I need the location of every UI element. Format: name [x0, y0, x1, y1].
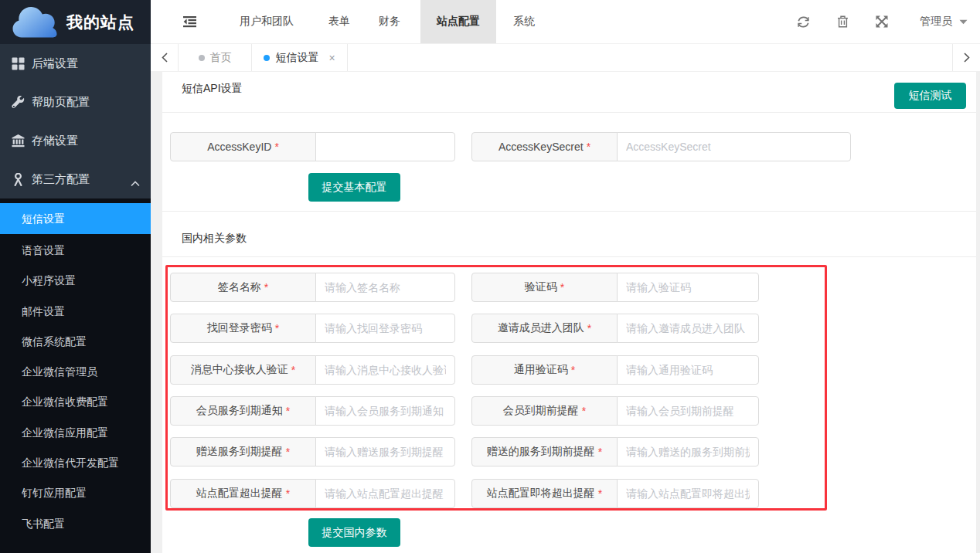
submenu-item-语音设置[interactable]: 语音设置 — [0, 236, 151, 266]
field-label: 签名名称* — [170, 273, 316, 302]
sidebar-item-后端设置[interactable]: 后端设置 — [0, 44, 151, 83]
sidebar-item-label: 存储设置 — [32, 134, 78, 148]
sidebar: 我的站点 后端设置帮助页配置存储设置第三方配置 短信设置语音设置小程序设置邮件设… — [0, 0, 151, 553]
input-通用验证码[interactable] — [617, 355, 759, 385]
sidebar-item-label: 第三方配置 — [32, 172, 90, 187]
form-group: 验证码* — [471, 273, 759, 302]
required-asterisk: * — [275, 322, 279, 334]
input-邀请成员进入团队[interactable] — [617, 314, 759, 343]
input-赠送的服务到期前提醒[interactable] — [617, 437, 759, 466]
field-label: 邀请成员进入团队* — [471, 314, 618, 343]
input-验证码[interactable] — [617, 273, 759, 302]
required-asterisk: * — [286, 487, 290, 500]
input-AccessKeyID[interactable] — [315, 132, 455, 161]
input-消息中心接收人验证[interactable] — [315, 355, 455, 385]
refresh-icon[interactable] — [796, 15, 810, 29]
form-group: 站点配置超出提醒* — [170, 479, 455, 508]
field-label: 通用验证码* — [471, 355, 618, 385]
input-赠送服务到期提醒[interactable] — [315, 437, 455, 466]
field-label: 验证码* — [471, 273, 618, 302]
form-group: 会员到期前提醒* — [471, 396, 759, 426]
navbar-actions: 管理员 — [771, 0, 968, 43]
submenu-item-短信设置[interactable]: 短信设置 — [0, 203, 151, 234]
submenu-item-小程序设置[interactable]: 小程序设置 — [0, 266, 151, 296]
form-group: 消息中心接收人验证* — [170, 355, 455, 385]
logo[interactable]: 我的站点 — [0, 0, 151, 44]
tab-label: 短信设置 — [275, 51, 318, 65]
submit-basic-config-button[interactable]: 提交基本配置 — [308, 173, 400, 202]
sidebar-item-存储设置[interactable]: 存储设置 — [0, 121, 151, 160]
user-name: 管理员 — [920, 15, 952, 29]
required-asterisk: * — [571, 364, 575, 376]
required-asterisk: * — [291, 364, 295, 376]
trash-icon[interactable] — [835, 15, 849, 29]
page-content: 短信API设置 短信测试 AccessKeyID* AccessKeySecre… — [151, 72, 980, 553]
form-group: 通用验证码* — [471, 355, 759, 385]
input-AccessKeySecret[interactable] — [617, 132, 851, 161]
gray-dot-icon — [199, 55, 205, 61]
field-label: 赠送的服务到期前提醒* — [471, 437, 618, 466]
submenu-item-企业微信代开发配置[interactable]: 企业微信代开发配置 — [0, 448, 151, 478]
field-label: 会员到期前提醒* — [471, 396, 618, 426]
nav-item-系统[interactable]: 系统 — [497, 0, 551, 43]
field-label: 站点配置即将超出提醒* — [471, 479, 618, 508]
field-label: 站点配置超出提醒* — [170, 479, 316, 508]
sidebar-submenu: 短信设置语音设置小程序设置邮件设置微信系统配置企业微信管理员企业微信收费配置企业… — [0, 198, 151, 553]
required-asterisk: * — [560, 281, 564, 293]
appstore-icon — [12, 57, 25, 70]
caret-down-icon — [959, 19, 968, 25]
input-站点配置即将超出提醒[interactable] — [617, 479, 759, 508]
field-label: AccessKeySecret* — [471, 132, 618, 161]
blue-dot-icon — [264, 55, 270, 61]
user-menu[interactable]: 管理员 — [920, 15, 968, 29]
nav-item-用户和团队[interactable]: 用户和团队 — [223, 0, 310, 43]
form-group: 站点配置即将超出提醒* — [471, 479, 759, 508]
nav-item-站点配置[interactable]: 站点配置 — [420, 0, 496, 43]
sidebar-menu: 后端设置帮助页配置存储设置第三方配置 — [0, 44, 151, 198]
required-asterisk: * — [264, 281, 268, 293]
divider — [162, 211, 976, 212]
form-group: 会员服务到期通知* — [170, 396, 455, 426]
input-会员到期前提醒[interactable] — [617, 396, 759, 426]
tabs-scroll-left-icon[interactable] — [151, 44, 179, 71]
tabs-scroll-right-icon[interactable] — [952, 44, 980, 71]
fullscreen-icon[interactable] — [875, 15, 889, 29]
divider — [162, 112, 976, 113]
field-label: 会员服务到期通知* — [170, 396, 316, 426]
nav-item-表单[interactable]: 表单 — [312, 0, 366, 43]
field-label: AccessKeyID* — [170, 132, 316, 161]
submenu-item-飞书配置[interactable]: 飞书配置 — [0, 509, 151, 539]
tab-短信设置[interactable]: 短信设置× — [252, 44, 348, 71]
input-站点配置超出提醒[interactable] — [315, 479, 455, 508]
input-找回登录密码[interactable] — [315, 314, 455, 343]
chevron-up-icon — [131, 176, 140, 182]
sidebar-item-第三方配置[interactable]: 第三方配置 — [0, 160, 151, 198]
form-group: 找回登录密码* — [170, 314, 455, 343]
settings-card: 短信API设置 短信测试 AccessKeyID* AccessKeySecre… — [162, 72, 976, 553]
wrench-icon — [12, 96, 25, 109]
close-tab-icon[interactable]: × — [328, 53, 335, 63]
submenu-item-企业微信应用配置[interactable]: 企业微信应用配置 — [0, 418, 151, 448]
submenu-item-微信系统配置[interactable]: 微信系统配置 — [0, 327, 151, 357]
required-asterisk: * — [286, 446, 290, 458]
sidebar-item-label: 帮助页配置 — [32, 95, 90, 110]
submenu-item-钉钉应用配置[interactable]: 钉钉应用配置 — [0, 478, 151, 508]
field-label: 消息中心接收人验证* — [170, 355, 316, 385]
submenu-item-企业微信收费配置[interactable]: 企业微信收费配置 — [0, 387, 151, 417]
sidebar-item-帮助页配置[interactable]: 帮助页配置 — [0, 83, 151, 121]
bank-icon — [12, 134, 25, 148]
form-group: 签名名称* — [170, 273, 455, 302]
required-asterisk: * — [582, 405, 586, 417]
input-签名名称[interactable] — [315, 273, 455, 302]
tab-bar: 首页短信设置× — [151, 44, 980, 72]
submenu-item-邮件设置[interactable]: 邮件设置 — [0, 297, 151, 327]
sms-test-button[interactable]: 短信测试 — [894, 83, 966, 109]
form-group: 赠送的服务到期前提醒* — [471, 437, 759, 466]
submenu-item-企业微信管理员[interactable]: 企业微信管理员 — [0, 357, 151, 387]
input-会员服务到期通知[interactable] — [315, 396, 455, 426]
form-group: 邀请成员进入团队* — [471, 314, 759, 343]
nav-item-财务[interactable]: 财务 — [362, 0, 417, 43]
submit-domestic-params-button[interactable]: 提交国内参数 — [308, 518, 400, 547]
tab-首页[interactable]: 首页 — [179, 44, 252, 71]
form-group: 赠送服务到期提醒* — [170, 437, 455, 466]
